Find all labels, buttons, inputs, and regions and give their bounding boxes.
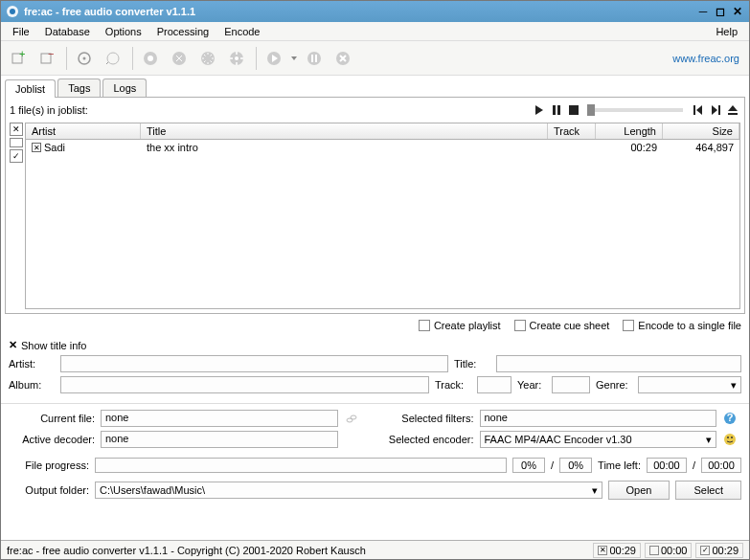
track-label: Track:: [435, 379, 471, 391]
svg-rect-17: [311, 55, 313, 62]
col-size[interactable]: Size: [663, 123, 739, 139]
cddb-button[interactable]: [71, 45, 98, 72]
artist-label: Artist:: [9, 358, 55, 370]
col-artist[interactable]: Artist: [26, 123, 141, 139]
encoder-settings-icon[interactable]: [722, 432, 738, 447]
open-button[interactable]: Open: [608, 481, 670, 500]
svg-point-16: [307, 52, 321, 65]
track-input[interactable]: [477, 376, 511, 393]
svg-point-31: [727, 437, 729, 438]
svg-point-14: [235, 56, 239, 60]
select-button[interactable]: Select: [675, 481, 741, 500]
genre-label: Genre:: [596, 379, 632, 391]
title-input[interactable]: [496, 355, 741, 372]
create-playlist-option[interactable]: Create playlist: [419, 320, 501, 331]
status-bar: fre:ac - free audio converter v1.1.1 - C…: [1, 540, 749, 559]
album-input[interactable]: [60, 376, 429, 393]
row0-mark[interactable]: [10, 138, 23, 147]
currentfile-value: none: [101, 410, 338, 427]
stop-button[interactable]: [566, 102, 581, 118]
artist-input[interactable]: [60, 355, 448, 372]
maximize-button[interactable]: ◻: [713, 5, 728, 18]
outputfolder-select[interactable]: C:\Users\fawad\Music\▾: [95, 482, 602, 499]
title-bar: fre:ac - free audio converter v1.1.1 ─ ◻…: [1, 1, 749, 22]
joblist-table: Artist Title Track Length Size ✕Sadi the…: [25, 123, 740, 309]
pct1: 0%: [512, 458, 545, 473]
cell-length: 00:29: [596, 141, 663, 154]
remove-files-button[interactable]: −: [34, 45, 60, 72]
menu-file[interactable]: File: [5, 24, 37, 39]
title-info-toggle[interactable]: ✕Show title info: [9, 339, 741, 351]
progress-panel: Current file: none Selected filters: non…: [1, 403, 749, 454]
stop-encode-button[interactable]: [330, 45, 356, 72]
menu-options[interactable]: Options: [98, 24, 149, 39]
pause-encode-button[interactable]: [301, 45, 328, 72]
currentfile-icon: [344, 411, 359, 426]
website-link[interactable]: www.freac.org: [672, 53, 745, 64]
toolbar: + − www.freac.org: [1, 41, 749, 76]
create-cuesheet-option[interactable]: Create cue sheet: [514, 320, 610, 331]
next-track-button[interactable]: [708, 102, 723, 118]
svg-rect-23: [693, 105, 695, 115]
help-icon[interactable]: ?: [722, 411, 738, 426]
activedecoder-value: none: [101, 431, 338, 448]
row0-checkbox[interactable]: ✓: [10, 149, 23, 163]
year-label: Year:: [517, 379, 546, 391]
eject-button[interactable]: [725, 102, 740, 118]
genre-select[interactable]: ▾: [638, 376, 741, 393]
svg-text:?: ?: [727, 412, 734, 423]
row-check-column: ✕ ✓: [10, 123, 25, 309]
encode-dropdown-button[interactable]: [289, 45, 299, 72]
status-time2: 00:00: [645, 543, 693, 558]
menu-help[interactable]: Help: [708, 24, 745, 39]
chevron-down-icon: ▾: [706, 434, 712, 446]
minimize-button[interactable]: ─: [695, 5, 711, 18]
time1: 00:00: [647, 458, 687, 473]
settings-button[interactable]: [137, 45, 164, 72]
selectedfilters-value: none: [480, 410, 717, 427]
start-encode-button[interactable]: [261, 45, 287, 72]
selectedencoder-select[interactable]: FAAC MP4/AAC Encoder v1.30▾: [480, 431, 717, 448]
joblist-count: 1 file(s) in joblist:: [10, 104, 530, 116]
config-encoder-button[interactable]: [194, 45, 221, 72]
timeleft-label: Time left:: [598, 459, 641, 471]
tab-tags[interactable]: Tags: [57, 78, 101, 97]
svg-rect-22: [569, 105, 579, 115]
menu-encode[interactable]: Encode: [216, 24, 267, 39]
cddb-query-button[interactable]: [100, 45, 126, 72]
prev-track-button[interactable]: [691, 102, 706, 118]
svg-point-30: [724, 434, 736, 445]
single-file-option[interactable]: Encode to a single file: [623, 320, 741, 331]
row-remove-icon[interactable]: ✕: [32, 143, 41, 152]
svg-rect-24: [718, 105, 720, 115]
window-title: fre:ac - free audio converter v1.1.1: [24, 6, 695, 17]
file-progress-bar: [95, 458, 507, 473]
pause-button[interactable]: [549, 102, 564, 118]
svg-rect-25: [728, 113, 738, 115]
title-label: Title:: [454, 358, 490, 370]
menu-processing[interactable]: Processing: [149, 24, 216, 39]
table-row[interactable]: ✕Sadi the xx intro 00:29 464,897: [26, 140, 739, 155]
play-button[interactable]: [532, 102, 547, 118]
encode-options: Create playlist Create cue sheet Encode …: [1, 314, 749, 337]
config-plugins-button[interactable]: [223, 45, 250, 72]
year-input[interactable]: [552, 376, 590, 393]
add-files-button[interactable]: +: [5, 45, 32, 72]
activedecoder-label: Active decoder:: [9, 434, 95, 445]
col-track[interactable]: Track: [548, 123, 596, 139]
title-info-panel: ✕Show title info Artist: Title: Album: T…: [1, 337, 749, 403]
close-button[interactable]: ✕: [730, 5, 745, 18]
tab-joblist[interactable]: Joblist: [5, 79, 56, 98]
status-time1: ✕00:29: [593, 543, 641, 558]
menu-database[interactable]: Database: [37, 24, 98, 39]
svg-text:+: +: [19, 50, 25, 59]
config-general-button[interactable]: [166, 45, 193, 72]
col-title[interactable]: Title: [141, 123, 548, 139]
seek-slider[interactable]: [587, 108, 683, 112]
joblist-panel: 1 file(s) in joblist: ✕ ✓ Artist Title T…: [5, 97, 745, 314]
select-all-checkbox[interactable]: ✕: [10, 123, 23, 136]
outputfolder-label: Output folder:: [9, 484, 89, 496]
menu-bar: File Database Options Processing Encode …: [1, 22, 749, 41]
col-length[interactable]: Length: [596, 123, 663, 139]
tab-logs[interactable]: Logs: [102, 78, 147, 97]
